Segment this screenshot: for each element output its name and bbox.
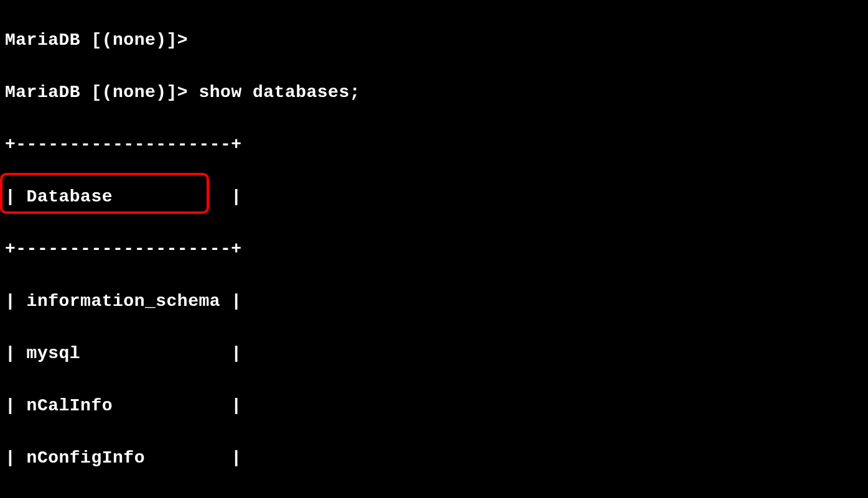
prompt-label: MariaDB [(none)]> bbox=[5, 30, 188, 50]
prompt-line-command: MariaDB [(none)]> show databases; bbox=[5, 80, 863, 106]
table-row: | nCalInfo | bbox=[5, 393, 863, 419]
prompt-label: MariaDB [(none)]> bbox=[5, 83, 188, 102]
terminal-output[interactable]: MariaDB [(none)]> MariaDB [(none)]> show… bbox=[0, 0, 868, 498]
table-header: | Database | bbox=[5, 184, 863, 210]
table-row: | nConfigInfo | bbox=[5, 445, 863, 471]
prompt-line-empty: MariaDB [(none)]> bbox=[5, 27, 863, 53]
table-border-mid: +--------------------+ bbox=[5, 236, 863, 262]
command-text: show databases; bbox=[198, 83, 360, 102]
table-border-top: +--------------------+ bbox=[5, 132, 863, 158]
table-row: | mysql | bbox=[5, 341, 863, 367]
table-row: | information_schema | bbox=[5, 288, 863, 315]
